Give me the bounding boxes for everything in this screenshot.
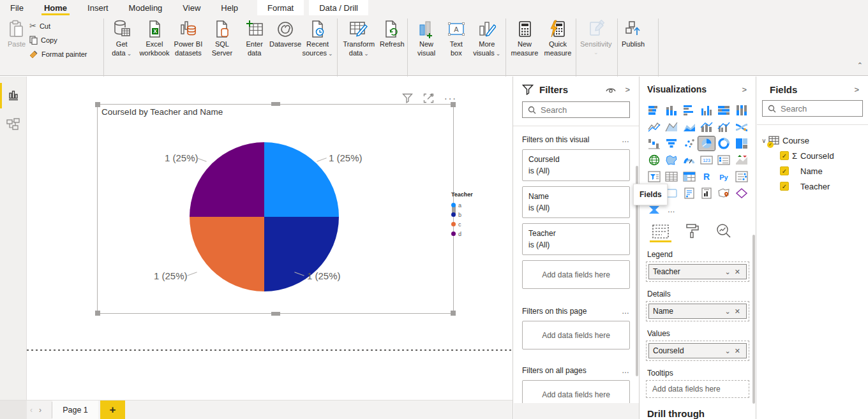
power-bi-datasets-button[interactable]: Power BI datasets [171,16,205,61]
legend-item[interactable]: d [451,229,473,239]
viz-card-icon[interactable]: 123 [698,153,715,167]
refresh-button[interactable]: Refresh [378,16,407,52]
cut-button[interactable]: ✂ Cut [29,20,87,32]
remove-field-icon[interactable]: ✕ [733,307,742,316]
report-view-button[interactable] [0,82,27,110]
previous-page-icon[interactable]: ‹ [30,406,33,415]
text-box-button[interactable]: A Text box [443,16,469,61]
viz-stacked-area-icon[interactable] [681,120,698,134]
viz-scatter-icon[interactable] [681,136,698,151]
viz-gauge-icon[interactable] [681,153,698,167]
viz-line-chart-icon[interactable] [646,120,662,134]
tab-help[interactable]: Help [211,0,248,15]
legend-item[interactable]: b [451,210,473,219]
tooltips-dropzone[interactable]: Add data fields here [646,380,749,398]
viz-clustered-column-icon[interactable] [698,103,715,117]
viz-line-stacked-column-icon[interactable] [698,120,715,134]
fields-search-input[interactable] [781,104,857,114]
filters-search[interactable] [522,101,630,118]
section-more-options-icon[interactable]: … [622,135,630,144]
field-checkbox[interactable]: ✓ [780,151,789,160]
tab-data-drill[interactable]: Data / Drill [309,0,368,15]
viz-smart-narrative-icon[interactable] [681,186,698,200]
legend-item[interactable]: a [451,200,473,210]
viz-treemap-icon[interactable] [733,136,750,151]
publish-button[interactable]: Publish [620,16,647,52]
filter-card-teacher[interactable]: Teacher is (All) [522,223,630,255]
viz-ribbon-chart-icon[interactable] [733,120,750,134]
format-painter-button[interactable]: Format painter [29,48,87,60]
viz-stacked-bar-icon[interactable] [646,103,662,117]
recent-sources-button[interactable]: Recent sources⌄ [301,16,334,61]
remove-field-icon[interactable]: ✕ [733,268,742,276]
viz-area-chart-icon[interactable] [663,120,680,134]
filter-card-name[interactable]: Name is (All) [522,186,630,218]
sql-server-button[interactable]: SQL Server [205,16,239,61]
viz-paginated-report-icon[interactable] [698,186,715,200]
collapse-fields-pane-icon[interactable]: > [853,85,860,94]
viz-python-icon[interactable]: Py [715,170,732,184]
legend-field-well[interactable]: Teacher ⌄ ✕ [648,264,747,279]
section-more-options-icon[interactable]: … [622,366,630,375]
viz-waterfall-icon[interactable] [646,136,662,151]
viz-slicer-icon[interactable] [646,170,662,184]
tab-insert[interactable]: Insert [77,0,119,15]
resize-handle-top-left[interactable] [95,102,100,107]
tab-view[interactable]: View [172,0,211,15]
filters-search-input[interactable] [541,105,624,115]
resize-handle-top[interactable] [271,102,280,106]
viz-100-stacked-column-icon[interactable] [733,103,750,117]
field-row-courseid[interactable]: ✓ Σ CourseId [757,148,868,163]
field-row-teacher[interactable]: ✓ Teacher [757,179,868,194]
pie-chart-visual[interactable]: CourseId by Teacher and Name 1 (25%) 1 (… [97,104,454,314]
pie-chart[interactable] [190,142,339,291]
viz-funnel-icon[interactable] [663,136,680,151]
field-row-name[interactable]: ✓ Name [757,163,868,179]
transform-data-button[interactable]: Transform data⌄ [340,16,378,61]
viz-clustered-bar-icon[interactable] [681,103,698,117]
filter-card-courseid[interactable]: CourseId is (All) [522,149,630,181]
viz-matrix-icon[interactable] [681,170,698,184]
new-visual-button[interactable]: New visual [410,16,443,61]
enter-data-button[interactable]: Enter data [239,16,270,61]
tab-home[interactable]: Home [34,0,77,15]
viz-donut-chart-icon[interactable] [715,136,732,151]
add-data-fields-dropzone[interactable]: Add data fields here [522,321,630,349]
viz-arcgis-map-icon[interactable] [715,186,732,200]
collapse-filters-pane-icon[interactable]: > [624,85,631,94]
new-page-button[interactable]: + [100,401,125,419]
field-checkbox[interactable]: ✓ [780,166,789,175]
resize-handle-bottom-right[interactable] [451,311,456,316]
chevron-down-icon[interactable]: ⌄ [723,268,733,276]
new-measure-button[interactable]: New measure [508,16,541,61]
viz-line-clustered-column-icon[interactable] [715,120,732,134]
add-data-fields-dropzone[interactable]: Add data fields here [522,260,630,289]
resize-handle-top-right[interactable] [451,102,456,107]
chevron-down-icon[interactable]: ⌄ [723,347,733,355]
viz-kpi-icon[interactable] [733,153,750,167]
collapse-ribbon-icon[interactable]: ⌃ [857,61,863,70]
focus-mode-icon[interactable] [423,93,434,103]
next-page-icon[interactable]: › [39,406,41,415]
more-visuals-button[interactable]: More visuals⌄ [470,16,504,61]
viz-power-apps-icon[interactable] [733,186,750,200]
viz-multirow-card-icon[interactable] [715,153,732,167]
visual-filter-icon[interactable] [402,93,413,103]
quick-measure-button[interactable]: Quick measure [541,16,574,61]
remove-field-icon[interactable]: ✕ [733,347,742,355]
viz-r-script-icon[interactable]: R [698,170,715,184]
eye-icon[interactable] [606,86,616,94]
tab-format[interactable]: Format [257,0,304,15]
details-field-well[interactable]: Name ⌄ ✕ [648,304,747,319]
resize-handle-bottom-left[interactable] [95,311,100,316]
dataverse-button[interactable]: Dataverse [270,16,301,52]
get-data-button[interactable]: Get data⌄ [106,16,137,61]
values-field-well[interactable]: CourseId ⌄ ✕ [648,343,747,358]
model-view-button[interactable] [0,111,27,139]
collapse-visualizations-pane-icon[interactable]: > [740,85,748,94]
tab-format[interactable] [685,223,700,242]
report-canvas[interactable]: ··· CourseId by Teacher and Name 1 (25%)… [27,77,513,400]
table-row-course[interactable]: ∨ ✓ Course [757,133,868,148]
tab-file[interactable]: File [0,0,34,15]
field-checkbox[interactable]: ✓ [780,182,789,191]
